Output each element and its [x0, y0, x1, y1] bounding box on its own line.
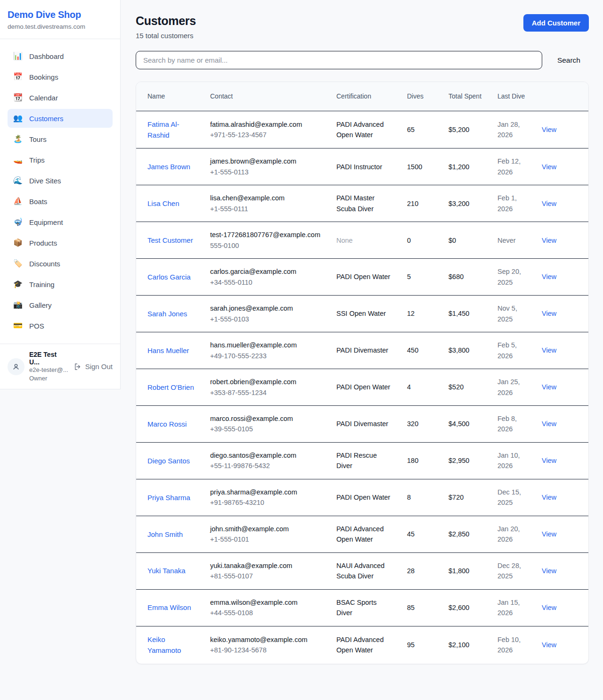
sidebar-item-gallery[interactable]: 📸Gallery [8, 296, 113, 314]
customer-total-spent: $680 [441, 259, 490, 296]
sidebar-item-customers[interactable]: 👥Customers [8, 109, 113, 128]
customer-name-link[interactable]: Test Customer [147, 236, 193, 244]
customer-last-dive: Jan 28, 2026 [490, 111, 536, 148]
customer-last-dive: Jan 10, 2026 [490, 442, 536, 479]
customer-name-link[interactable]: John Smith [147, 530, 183, 538]
view-customer-link[interactable]: View [542, 604, 556, 611]
customer-dives: 1500 [399, 148, 441, 185]
view-customer-link[interactable]: View [542, 310, 556, 317]
sidebar-item-label: Gallery [29, 301, 52, 309]
sidebar-item-calendar[interactable]: 📆Calendar [8, 88, 113, 107]
table-row: Lisa Chenlisa.chen@example.com+1-555-011… [136, 185, 588, 222]
customer-action-cell: View [536, 516, 588, 552]
sidebar-item-boats[interactable]: ⛵Boats [8, 192, 113, 211]
customer-name-link[interactable]: Yuki Tanaka [147, 567, 186, 575]
sidebar-user-section: E2E Test U... e2e-tester@... Owner Sign … [0, 344, 120, 389]
view-customer-link[interactable]: View [542, 126, 556, 133]
customer-email: sarah.jones@example.com [210, 303, 321, 313]
customer-certification: PADI Advanced Open Water [329, 626, 399, 663]
main-content: Customers 15 total customers Add Custome… [121, 0, 603, 676]
customer-phone: +34-555-0110 [210, 277, 321, 288]
customer-contact-cell: diego.santos@example.com+55-11-99876-543… [203, 442, 329, 479]
customer-email: emma.wilson@example.com [210, 597, 321, 608]
customer-name-link[interactable]: Sarah Jones [147, 310, 187, 318]
customer-phone: +971-55-123-4567 [210, 130, 321, 140]
view-customer-link[interactable]: View [542, 163, 556, 171]
sign-out-button[interactable]: Sign Out [73, 362, 113, 371]
sidebar-item-pos[interactable]: 💳POS [8, 316, 113, 335]
customer-email: keiko.yamamoto@example.com [210, 634, 321, 645]
view-customer-link[interactable]: View [542, 200, 556, 207]
customer-certification: PADI Rescue Diver [329, 442, 399, 479]
customer-name-link[interactable]: Robert O'Brien [147, 383, 194, 391]
customer-email: john.smith@example.com [210, 524, 321, 534]
user-icon [11, 362, 21, 371]
customer-name-link[interactable]: Carlos Garcia [147, 273, 191, 281]
search-input[interactable] [136, 51, 542, 69]
customer-dives: 320 [399, 406, 441, 443]
sidebar-item-dive-sites[interactable]: 🌊Dive Sites [8, 171, 113, 190]
sidebar-item-dashboard[interactable]: 📊Dashboard [8, 47, 113, 66]
page-header: Customers 15 total customers Add Custome… [136, 14, 589, 40]
customer-name-cell: Test Customer [136, 222, 203, 259]
sidebar-item-training[interactable]: 🎓Training [8, 275, 113, 294]
customer-phone: +353-87-555-1234 [210, 387, 321, 398]
view-customer-link[interactable]: View [542, 567, 556, 575]
sidebar-item-tours[interactable]: 🏝️Tours [8, 130, 113, 148]
view-customer-link[interactable]: View [542, 346, 556, 354]
customer-name-cell: Robert O'Brien [136, 369, 203, 406]
customer-phone: +44-555-0108 [210, 608, 321, 618]
customer-name-link[interactable]: Keiko Yamamoto [147, 635, 181, 654]
customer-name-link[interactable]: Fatima Al-Rashid [147, 120, 179, 139]
view-customer-link[interactable]: View [542, 237, 556, 244]
customer-last-dive: Feb 8, 2026 [490, 406, 536, 443]
customer-name-cell: Keiko Yamamoto [136, 626, 203, 663]
sidebar-item-label: Products [29, 239, 57, 247]
customer-last-dive: Feb 1, 2026 [490, 185, 536, 222]
customer-dives: 5 [399, 259, 441, 296]
customer-phone: +81-555-0107 [210, 571, 321, 581]
customer-last-dive: Never [490, 222, 536, 259]
customer-dives: 180 [399, 442, 441, 479]
customer-name-link[interactable]: Priya Sharma [147, 494, 190, 502]
view-customer-link[interactable]: View [542, 494, 556, 501]
customer-last-dive: Nov 5, 2025 [490, 296, 536, 332]
sidebar-header: Demo Dive Shop demo.test.divestreams.com [0, 0, 120, 39]
customers-table: NameContactCertificationDivesTotal Spent… [136, 82, 588, 664]
table-row: Fatima Al-Rashidfatima.alrashid@example.… [136, 111, 588, 148]
customer-certification: PADI Divemaster [329, 332, 399, 369]
customer-name-link[interactable]: Emma Wilson [147, 603, 191, 611]
customer-name-link[interactable]: Marco Rossi [147, 420, 187, 428]
customer-name-cell: Emma Wilson [136, 589, 203, 626]
customer-name-link[interactable]: Hans Mueller [147, 346, 189, 354]
search-button[interactable]: Search [549, 52, 589, 68]
view-customer-link[interactable]: View [542, 457, 556, 464]
sidebar-item-equipment[interactable]: 🤿Equipment [8, 213, 113, 231]
view-customer-link[interactable]: View [542, 420, 556, 428]
customer-total-spent: $2,600 [441, 589, 490, 626]
customer-name-link[interactable]: Diego Santos [147, 457, 190, 465]
customer-name-link[interactable]: James Brown [147, 163, 190, 171]
customer-email: robert.obrien@example.com [210, 377, 321, 387]
customer-phone: +1-555-0101 [210, 534, 321, 544]
gallery-icon: 📸 [13, 301, 23, 309]
customer-name-cell: Hans Mueller [136, 332, 203, 369]
customer-contact-cell: robert.obrien@example.com+353-87-555-123… [203, 369, 329, 406]
sidebar-item-bookings[interactable]: 📅Bookings [8, 67, 113, 86]
customer-name-link[interactable]: Lisa Chen [147, 199, 179, 207]
sidebar-item-discounts[interactable]: 🏷️Discounts [8, 254, 113, 273]
view-customer-link[interactable]: View [542, 273, 556, 280]
sidebar-item-products[interactable]: 📦Products [8, 233, 113, 252]
view-customer-link[interactable]: View [542, 383, 556, 391]
customers-table-card: NameContactCertificationDivesTotal Spent… [136, 82, 589, 664]
sidebar-item-trips[interactable]: 🚤Trips [8, 150, 113, 169]
customer-contact-cell: lisa.chen@example.com+1-555-0111 [203, 185, 329, 222]
customer-phone: +1-555-0111 [210, 204, 321, 214]
add-customer-button[interactable]: Add Customer [523, 14, 589, 32]
view-customer-link[interactable]: View [542, 641, 556, 649]
view-customer-link[interactable]: View [542, 530, 556, 538]
user-role: Owner [29, 374, 69, 383]
customer-certification: PADI Advanced Open Water [329, 516, 399, 552]
column-header-dives: Dives [399, 82, 441, 111]
sidebar-item-label: Tours [29, 135, 47, 143]
